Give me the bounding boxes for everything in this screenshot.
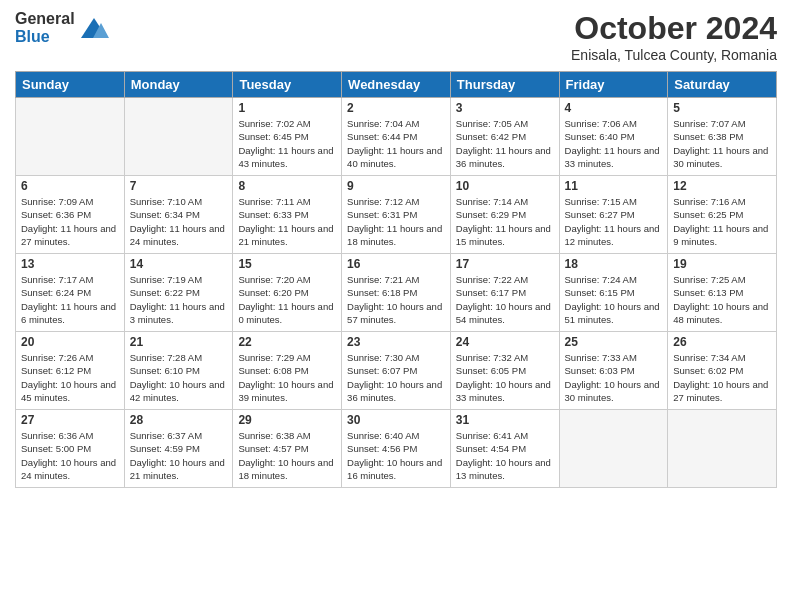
calendar-cell: 27Sunrise: 6:36 AMSunset: 5:00 PMDayligh…	[16, 410, 125, 488]
calendar-cell	[124, 98, 233, 176]
day-number: 21	[130, 335, 228, 349]
col-saturday: Saturday	[668, 72, 777, 98]
calendar-cell: 12Sunrise: 7:16 AMSunset: 6:25 PMDayligh…	[668, 176, 777, 254]
logo-text: General Blue	[15, 10, 75, 45]
calendar-cell: 8Sunrise: 7:11 AMSunset: 6:33 PMDaylight…	[233, 176, 342, 254]
day-info: Sunrise: 7:02 AMSunset: 6:45 PMDaylight:…	[238, 117, 336, 170]
calendar-cell: 11Sunrise: 7:15 AMSunset: 6:27 PMDayligh…	[559, 176, 668, 254]
day-info: Sunrise: 7:05 AMSunset: 6:42 PMDaylight:…	[456, 117, 554, 170]
day-info: Sunrise: 7:10 AMSunset: 6:34 PMDaylight:…	[130, 195, 228, 248]
calendar-cell: 30Sunrise: 6:40 AMSunset: 4:56 PMDayligh…	[342, 410, 451, 488]
logo-icon	[79, 13, 109, 43]
calendar-cell: 31Sunrise: 6:41 AMSunset: 4:54 PMDayligh…	[450, 410, 559, 488]
subtitle: Enisala, Tulcea County, Romania	[571, 47, 777, 63]
col-sunday: Sunday	[16, 72, 125, 98]
day-number: 23	[347, 335, 445, 349]
calendar-cell: 10Sunrise: 7:14 AMSunset: 6:29 PMDayligh…	[450, 176, 559, 254]
day-info: Sunrise: 6:40 AMSunset: 4:56 PMDaylight:…	[347, 429, 445, 482]
day-info: Sunrise: 7:30 AMSunset: 6:07 PMDaylight:…	[347, 351, 445, 404]
calendar-cell	[668, 410, 777, 488]
day-info: Sunrise: 7:25 AMSunset: 6:13 PMDaylight:…	[673, 273, 771, 326]
calendar-cell: 26Sunrise: 7:34 AMSunset: 6:02 PMDayligh…	[668, 332, 777, 410]
logo-general: General	[15, 10, 75, 28]
day-number: 10	[456, 179, 554, 193]
col-wednesday: Wednesday	[342, 72, 451, 98]
day-info: Sunrise: 6:37 AMSunset: 4:59 PMDaylight:…	[130, 429, 228, 482]
col-friday: Friday	[559, 72, 668, 98]
calendar-cell: 24Sunrise: 7:32 AMSunset: 6:05 PMDayligh…	[450, 332, 559, 410]
day-number: 5	[673, 101, 771, 115]
day-number: 29	[238, 413, 336, 427]
day-number: 27	[21, 413, 119, 427]
calendar-cell: 16Sunrise: 7:21 AMSunset: 6:18 PMDayligh…	[342, 254, 451, 332]
day-number: 7	[130, 179, 228, 193]
day-info: Sunrise: 7:21 AMSunset: 6:18 PMDaylight:…	[347, 273, 445, 326]
page: General Blue October 2024 Enisala, Tulce…	[0, 0, 792, 612]
day-number: 26	[673, 335, 771, 349]
day-number: 4	[565, 101, 663, 115]
day-number: 3	[456, 101, 554, 115]
day-info: Sunrise: 6:38 AMSunset: 4:57 PMDaylight:…	[238, 429, 336, 482]
week-row-2: 6Sunrise: 7:09 AMSunset: 6:36 PMDaylight…	[16, 176, 777, 254]
calendar-cell: 20Sunrise: 7:26 AMSunset: 6:12 PMDayligh…	[16, 332, 125, 410]
day-info: Sunrise: 7:24 AMSunset: 6:15 PMDaylight:…	[565, 273, 663, 326]
calendar-cell: 29Sunrise: 6:38 AMSunset: 4:57 PMDayligh…	[233, 410, 342, 488]
logo: General Blue	[15, 10, 109, 45]
week-row-4: 20Sunrise: 7:26 AMSunset: 6:12 PMDayligh…	[16, 332, 777, 410]
day-number: 18	[565, 257, 663, 271]
week-row-3: 13Sunrise: 7:17 AMSunset: 6:24 PMDayligh…	[16, 254, 777, 332]
day-number: 8	[238, 179, 336, 193]
day-info: Sunrise: 7:28 AMSunset: 6:10 PMDaylight:…	[130, 351, 228, 404]
day-number: 12	[673, 179, 771, 193]
day-info: Sunrise: 7:19 AMSunset: 6:22 PMDaylight:…	[130, 273, 228, 326]
calendar-cell: 25Sunrise: 7:33 AMSunset: 6:03 PMDayligh…	[559, 332, 668, 410]
day-info: Sunrise: 7:09 AMSunset: 6:36 PMDaylight:…	[21, 195, 119, 248]
calendar-cell: 28Sunrise: 6:37 AMSunset: 4:59 PMDayligh…	[124, 410, 233, 488]
calendar-cell: 14Sunrise: 7:19 AMSunset: 6:22 PMDayligh…	[124, 254, 233, 332]
week-row-5: 27Sunrise: 6:36 AMSunset: 5:00 PMDayligh…	[16, 410, 777, 488]
calendar-cell: 23Sunrise: 7:30 AMSunset: 6:07 PMDayligh…	[342, 332, 451, 410]
calendar-cell: 21Sunrise: 7:28 AMSunset: 6:10 PMDayligh…	[124, 332, 233, 410]
day-info: Sunrise: 7:04 AMSunset: 6:44 PMDaylight:…	[347, 117, 445, 170]
day-info: Sunrise: 7:29 AMSunset: 6:08 PMDaylight:…	[238, 351, 336, 404]
col-tuesday: Tuesday	[233, 72, 342, 98]
day-info: Sunrise: 7:26 AMSunset: 6:12 PMDaylight:…	[21, 351, 119, 404]
day-info: Sunrise: 7:17 AMSunset: 6:24 PMDaylight:…	[21, 273, 119, 326]
calendar-cell: 2Sunrise: 7:04 AMSunset: 6:44 PMDaylight…	[342, 98, 451, 176]
day-number: 20	[21, 335, 119, 349]
calendar-cell: 19Sunrise: 7:25 AMSunset: 6:13 PMDayligh…	[668, 254, 777, 332]
day-info: Sunrise: 6:41 AMSunset: 4:54 PMDaylight:…	[456, 429, 554, 482]
calendar-cell: 4Sunrise: 7:06 AMSunset: 6:40 PMDaylight…	[559, 98, 668, 176]
day-number: 9	[347, 179, 445, 193]
day-number: 17	[456, 257, 554, 271]
day-info: Sunrise: 6:36 AMSunset: 5:00 PMDaylight:…	[21, 429, 119, 482]
day-info: Sunrise: 7:15 AMSunset: 6:27 PMDaylight:…	[565, 195, 663, 248]
header: General Blue October 2024 Enisala, Tulce…	[15, 10, 777, 63]
day-number: 14	[130, 257, 228, 271]
day-info: Sunrise: 7:07 AMSunset: 6:38 PMDaylight:…	[673, 117, 771, 170]
day-number: 19	[673, 257, 771, 271]
calendar-cell	[16, 98, 125, 176]
title-area: October 2024 Enisala, Tulcea County, Rom…	[571, 10, 777, 63]
day-number: 15	[238, 257, 336, 271]
calendar-cell: 3Sunrise: 7:05 AMSunset: 6:42 PMDaylight…	[450, 98, 559, 176]
day-number: 31	[456, 413, 554, 427]
calendar-cell: 1Sunrise: 7:02 AMSunset: 6:45 PMDaylight…	[233, 98, 342, 176]
day-info: Sunrise: 7:20 AMSunset: 6:20 PMDaylight:…	[238, 273, 336, 326]
calendar-cell: 5Sunrise: 7:07 AMSunset: 6:38 PMDaylight…	[668, 98, 777, 176]
logo-blue: Blue	[15, 28, 75, 46]
day-number: 1	[238, 101, 336, 115]
day-info: Sunrise: 7:34 AMSunset: 6:02 PMDaylight:…	[673, 351, 771, 404]
day-info: Sunrise: 7:32 AMSunset: 6:05 PMDaylight:…	[456, 351, 554, 404]
calendar-cell: 17Sunrise: 7:22 AMSunset: 6:17 PMDayligh…	[450, 254, 559, 332]
day-number: 13	[21, 257, 119, 271]
day-info: Sunrise: 7:06 AMSunset: 6:40 PMDaylight:…	[565, 117, 663, 170]
day-number: 2	[347, 101, 445, 115]
month-title: October 2024	[571, 10, 777, 47]
day-info: Sunrise: 7:14 AMSunset: 6:29 PMDaylight:…	[456, 195, 554, 248]
day-info: Sunrise: 7:11 AMSunset: 6:33 PMDaylight:…	[238, 195, 336, 248]
calendar-header-row: Sunday Monday Tuesday Wednesday Thursday…	[16, 72, 777, 98]
day-number: 28	[130, 413, 228, 427]
calendar-cell: 9Sunrise: 7:12 AMSunset: 6:31 PMDaylight…	[342, 176, 451, 254]
day-info: Sunrise: 7:12 AMSunset: 6:31 PMDaylight:…	[347, 195, 445, 248]
